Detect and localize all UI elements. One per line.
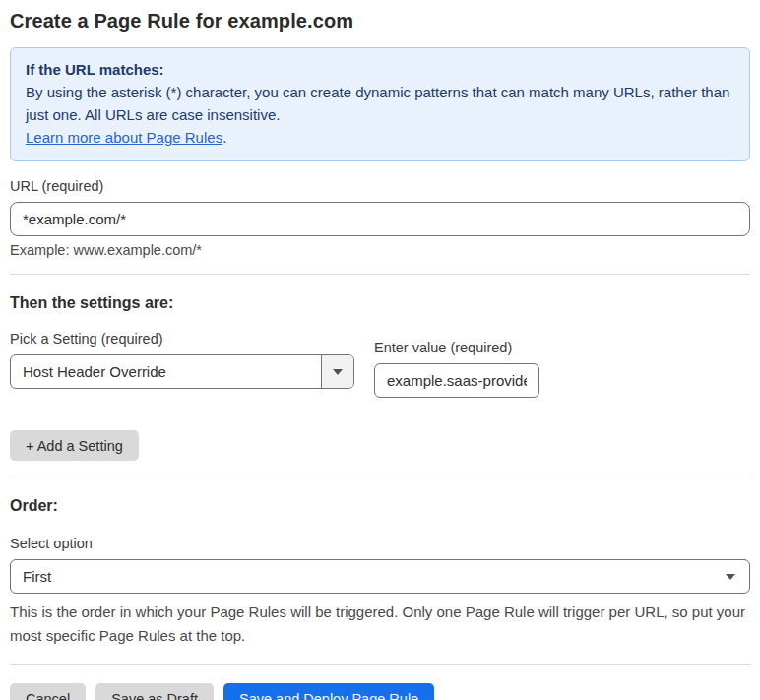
info-box-heading: If the URL matches: [26, 58, 734, 81]
setting-value-input[interactable] [374, 363, 539, 398]
settings-section-heading: Then the settings are: [10, 294, 750, 312]
enter-value-column: Enter value (required) [374, 340, 539, 398]
chevron-down-icon [726, 574, 735, 580]
setting-select-value: Host Header Override [11, 355, 321, 388]
pick-setting-label: Pick a Setting (required) [10, 331, 354, 347]
divider [10, 664, 750, 665]
divider [10, 477, 750, 477]
add-setting-button[interactable]: + Add a Setting [10, 430, 139, 461]
link-suffix: . [222, 129, 226, 146]
url-input[interactable] [10, 202, 750, 236]
info-box-body: By using the asterisk (*) character, you… [26, 81, 734, 126]
save-as-draft-button[interactable]: Save as Draft [95, 683, 214, 700]
settings-row: Pick a Setting (required) Host Header Ov… [10, 331, 750, 398]
setting-select[interactable]: Host Header Override [10, 354, 354, 389]
order-section-heading: Order: [10, 497, 750, 515]
order-select-value: First [23, 568, 51, 585]
chevron-down-icon [333, 369, 343, 375]
info-box-link-line: Learn more about Page Rules. [26, 126, 734, 149]
page-title: Create a Page Rule for example.com [10, 10, 750, 32]
learn-more-link[interactable]: Learn more about Page Rules [26, 129, 222, 146]
enter-value-label: Enter value (required) [374, 340, 539, 355]
url-example-hint: Example: www.example.com/* [10, 242, 750, 258]
footer-actions: Cancel Save as Draft Save and Deploy Pag… [10, 683, 750, 700]
url-label: URL (required) [10, 178, 750, 194]
url-field: URL (required) Example: www.example.com/… [10, 178, 750, 258]
order-description: This is the order in which your Page Rul… [10, 601, 750, 648]
pick-setting-column: Pick a Setting (required) Host Header Ov… [10, 331, 354, 398]
order-select[interactable]: First [10, 559, 750, 594]
divider [10, 274, 750, 275]
setting-select-arrow-button[interactable] [321, 355, 353, 388]
order-select-label: Select option [10, 536, 750, 551]
save-and-deploy-button[interactable]: Save and Deploy Page Rule [223, 683, 434, 700]
url-match-info-box: If the URL matches: By using the asteris… [10, 47, 750, 161]
cancel-button[interactable]: Cancel [10, 683, 86, 700]
